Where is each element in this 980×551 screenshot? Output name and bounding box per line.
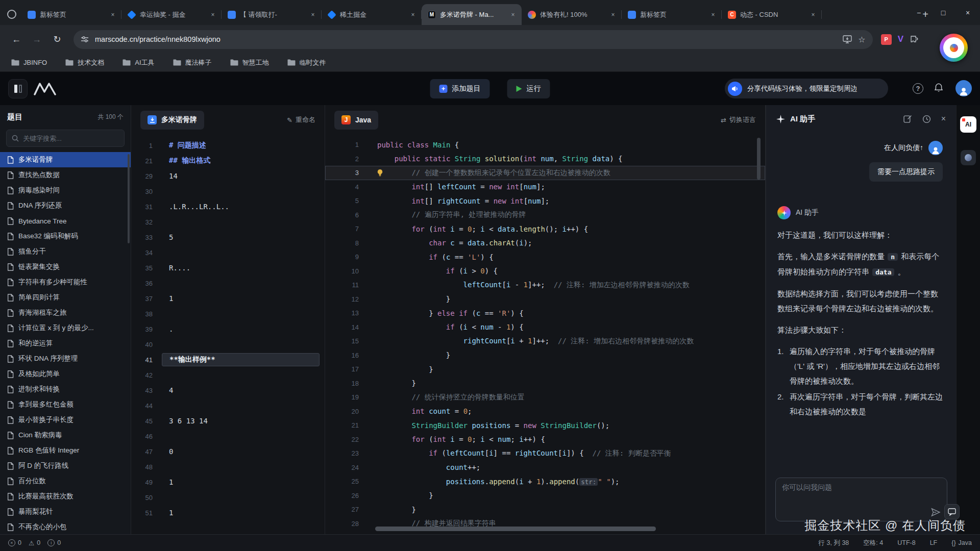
description-line[interactable]: 434 [131, 383, 325, 398]
code-line[interactable]: 20 int count = 0; [325, 405, 765, 419]
description-line[interactable]: 34 [131, 245, 325, 260]
code-line[interactable]: 2 public static String solution(int num,… [325, 152, 765, 166]
problem-list-item[interactable]: Base32 编码和解码 [0, 229, 131, 244]
browser-tab[interactable]: 新标签页× [21, 4, 121, 25]
tab-close-icon[interactable]: × [708, 10, 718, 19]
problem-list-item[interactable]: Cion 勒索病毒 [0, 428, 131, 443]
install-app-icon[interactable] [843, 35, 852, 43]
code-line[interactable]: 14 if (i < num - 1) { [325, 320, 765, 335]
description-line[interactable]: 491 [131, 474, 325, 490]
problem-list-item[interactable]: 进制求和转换 [0, 382, 131, 397]
bookmark-item[interactable]: JBINFO [11, 59, 47, 66]
tab-close-icon[interactable]: × [508, 10, 518, 19]
tab-close-icon[interactable]: × [608, 10, 618, 19]
history-icon[interactable] [922, 115, 931, 123]
rename-button[interactable]: ✎ 重命名 [287, 115, 315, 124]
close-ai-panel-icon[interactable]: × [941, 114, 946, 123]
error-count[interactable]: × 0 [8, 539, 21, 546]
panel-toggle-icon[interactable] [8, 79, 28, 98]
description-line[interactable]: 35R.... [131, 260, 325, 276]
problem-list-item[interactable]: 青海湖租车之旅 [0, 305, 131, 320]
description-line[interactable]: 42 [131, 367, 325, 383]
maximize-button[interactable]: □ [931, 0, 955, 25]
eol-setting[interactable]: LF [930, 539, 938, 546]
browser-tab[interactable]: 稀土掘金× [322, 4, 422, 25]
problem-list-item[interactable]: 比赛最高获胜次数 [0, 489, 131, 504]
back-button[interactable]: ← [8, 31, 24, 47]
share-banner[interactable]: 分享代码练习体验，领限量定制周边 [725, 79, 888, 98]
user-avatar[interactable] [955, 80, 972, 96]
lightbulb-icon[interactable] [376, 169, 384, 177]
problem-title-tab[interactable]: 多米诺骨牌 [140, 111, 204, 130]
code-vertical-scrollbar[interactable] [757, 138, 761, 180]
browser-tab[interactable]: 幸运抽奖 - 掘金× [121, 4, 222, 25]
code-line[interactable]: 16 } [325, 348, 765, 363]
code-line[interactable]: 10 if (i > 0) { [325, 264, 765, 279]
description-line[interactable]: 1# 问题描述 [131, 138, 325, 153]
description-line[interactable]: 31.L.R...LR..L.. [131, 199, 325, 214]
browser-tab[interactable]: 体验有礼! 100%× [522, 4, 622, 25]
description-line[interactable]: 335 [131, 230, 325, 245]
code-line[interactable]: 13 } else if (c == 'R') { [325, 306, 765, 320]
search-input[interactable] [23, 135, 119, 142]
bookmark-star-icon[interactable]: ☆ [858, 35, 865, 44]
code-line[interactable]: 6 // 遍历字符串, 处理被推动的骨牌 [325, 208, 765, 222]
code-line[interactable]: 22 for (int i = 0; i < num; i++) { [325, 433, 765, 447]
description-line[interactable]: 44 [131, 398, 325, 413]
tab-close-icon[interactable]: × [308, 10, 317, 19]
code-editor[interactable]: 1public class Main {2 public static Stri… [325, 135, 765, 531]
problem-list-item[interactable]: 及格如此简单 [0, 366, 131, 382]
search-box[interactable] [6, 130, 125, 147]
encoding[interactable]: UTF-8 [897, 539, 915, 546]
close-window-button[interactable]: × [955, 0, 980, 25]
description-line[interactable]: 511 [131, 505, 325, 520]
code-line[interactable]: 9 if (c == 'L') { [325, 250, 765, 264]
problem-list-item[interactable]: 拿到最多红包金额 [0, 397, 131, 412]
ai-assistant-floating-button[interactable] [940, 34, 968, 62]
ai-sidebar-icon[interactable]: AI [960, 116, 976, 133]
description-line[interactable]: 50 [131, 490, 325, 505]
code-line[interactable]: 26 } [325, 489, 765, 503]
bookmark-item[interactable]: 临时文件 [287, 58, 326, 67]
code-line[interactable]: 23 if (leftCount[i] == rightCount[i]) { … [325, 446, 765, 461]
extension-v-icon[interactable]: V [896, 34, 905, 44]
tab-close-icon[interactable]: × [408, 10, 418, 19]
code-line[interactable]: 21 StringBuilder positions = new StringB… [325, 418, 765, 433]
problem-list-item[interactable]: 百分位数 [0, 473, 131, 489]
code-horizontal-scrollbar[interactable] [375, 527, 656, 531]
code-line[interactable]: 4 int[] leftCount = new int[num]; [325, 180, 765, 194]
extensions-puzzle-icon[interactable] [910, 35, 919, 44]
problem-list-item[interactable]: 链表聚集交换 [0, 259, 131, 274]
bookmark-item[interactable]: 技术文档 [65, 58, 104, 67]
description-line[interactable]: 46 [131, 429, 325, 444]
code-line[interactable]: 7 for (int i = 0; i < data.length(); i++… [325, 222, 765, 236]
description-editor[interactable]: 1# 问题描述21## 输出格式29143031.L.R...LR..L..32… [131, 135, 325, 520]
bookmark-item[interactable]: 智慧工地 [230, 58, 269, 67]
reload-button[interactable]: ↻ [49, 31, 65, 47]
code-line[interactable]: 5 int[] rightCount = new int[num]; [325, 194, 765, 208]
code-line[interactable]: 15 rightCount[i + 1]++; // 注释: 增加右边相邻骨牌被… [325, 334, 765, 348]
extension-pdf-icon[interactable]: P [881, 34, 892, 45]
code-line[interactable]: 18 } [325, 377, 765, 391]
marscode-logo[interactable] [34, 82, 56, 95]
problems-indicators[interactable]: × 0 ⚠ 0 i 0 [8, 539, 61, 547]
description-line[interactable]: 371 [131, 291, 325, 306]
indent-setting[interactable]: 空格: 4 [863, 539, 883, 547]
problem-list-item[interactable]: 多米诺骨牌 [0, 152, 131, 167]
code-line[interactable]: 1public class Main { [325, 138, 765, 152]
description-line[interactable]: 32 [131, 214, 325, 230]
description-line[interactable]: 38 [131, 306, 325, 321]
bookmark-item[interactable]: 魔法棒子 [173, 58, 212, 67]
code-line[interactable]: 17 } [325, 362, 765, 377]
code-line[interactable]: 27 } [325, 503, 765, 517]
description-line[interactable]: 40 [131, 337, 325, 352]
code-line[interactable]: 11 leftCount[i - 1]++; // 注释: 增加左边相邻骨牌被推… [325, 278, 765, 292]
ai-question-input[interactable] [782, 483, 941, 512]
help-icon[interactable]: ? [913, 83, 923, 94]
notification-bell-icon[interactable] [934, 83, 943, 93]
problem-list-item[interactable]: DNA 序列还原 [0, 198, 131, 213]
browser-tab[interactable]: C动态 - CSDN× [722, 4, 822, 25]
ai-input-box[interactable] [775, 478, 947, 521]
browser-tab[interactable]: 【 请领取打-× [222, 4, 322, 25]
site-info-icon[interactable] [81, 35, 89, 43]
